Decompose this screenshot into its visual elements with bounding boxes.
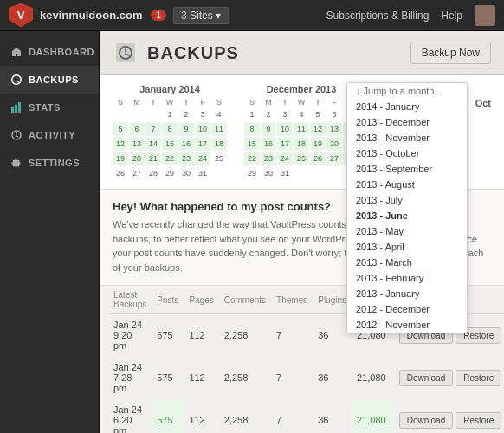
th-pages: Pages <box>184 286 218 314</box>
table-row: Jan 24 7:28 pm5751122,25873621,080Downlo… <box>108 357 504 399</box>
cal-jan-title: January 2014 <box>113 84 227 94</box>
avatar[interactable] <box>475 5 495 26</box>
sidebar-item-stats[interactable]: Stats <box>0 94 99 121</box>
sidebar-item-dashboard[interactable]: Dashboard <box>0 38 99 66</box>
month-dropdown[interactable]: ↓ Jump to a month... 2014 - January 2013… <box>346 82 468 333</box>
dropdown-2013-mar[interactable]: 2013 - March <box>347 255 467 270</box>
home-icon <box>10 46 23 58</box>
th-date: Latest Backups <box>108 286 152 314</box>
site-name[interactable]: kevinmuldoon.com <box>40 9 142 22</box>
top-navigation: V kevinmuldoon.com 1 3 Sites ▾ Subscript… <box>0 0 504 31</box>
backup-now-button[interactable]: Backup Now <box>410 42 491 64</box>
sidebar: Dashboard Backups Stats ActiviTY Setting… <box>0 31 100 433</box>
cell-posts: 575 <box>152 357 184 399</box>
oct-partial-label: Oct <box>475 98 491 108</box>
restore-button[interactable]: Restore <box>456 370 501 386</box>
cell-pages: 112 <box>184 357 218 399</box>
calendar-jan-2014: January 2014 S M T W T F S 1 2 3 4 <box>113 84 227 180</box>
cell-actions: DownloadRestore <box>394 357 504 399</box>
cell-pages: 112 <box>184 314 218 357</box>
cell-themes: 7 <box>271 314 313 357</box>
dropdown-2013-sep[interactable]: 2013 - September <box>347 161 467 177</box>
content-area: BACKUPS Backup Now January 2014 S M T W … <box>100 31 504 433</box>
svg-rect-2 <box>18 102 21 113</box>
stats-icon <box>10 101 23 113</box>
page-title: BACKUPS <box>147 43 239 63</box>
settings-icon <box>10 157 23 169</box>
sidebar-item-backups[interactable]: Backups <box>0 66 99 94</box>
dropdown-2012-nov[interactable]: 2012 - November <box>347 317 467 333</box>
cell-pages: 112 <box>184 399 218 434</box>
dropdown-2013-nov[interactable]: 2013 - November <box>347 130 467 145</box>
dropdown-2013-jun[interactable]: 2013 - June <box>347 208 467 223</box>
cell-comments: 2,258 <box>219 357 271 399</box>
dropdown-2013-aug[interactable]: 2013 - August <box>347 177 467 192</box>
cell-actions: DownloadRestore <box>394 399 504 434</box>
th-themes: Themes <box>271 286 313 314</box>
dropdown-2013-oct[interactable]: 2013 - October <box>347 145 467 161</box>
dropdown-2012-dec[interactable]: 2012 - December <box>347 301 467 317</box>
cell-comments: 2,258 <box>219 399 271 434</box>
cell-plugins: 36 <box>313 399 352 434</box>
svg-rect-0 <box>11 107 14 113</box>
sidebar-item-activity[interactable]: ActiviTY <box>0 121 99 149</box>
download-button[interactable]: Download <box>399 412 453 429</box>
subscriptions-billing-link[interactable]: Subscriptions & Billing <box>326 10 430 22</box>
dropdown-2013-may[interactable]: 2013 - May <box>347 223 467 239</box>
help-link[interactable]: Help <box>441 10 462 22</box>
logo-v-letter: V <box>17 10 25 21</box>
content-header: BACKUPS Backup Now <box>100 31 504 75</box>
top-nav-right: Subscriptions & Billing Help <box>326 5 495 26</box>
cell-uploads: 21,080 <box>352 399 394 434</box>
dropdown-2013-dec[interactable]: 2013 - December <box>347 114 467 130</box>
download-button[interactable]: Download <box>399 370 453 386</box>
dropdown-jump-header: ↓ Jump to a month... <box>347 83 467 99</box>
dropdown-2013-jul[interactable]: 2013 - July <box>347 192 467 208</box>
main-layout: Dashboard Backups Stats ActiviTY Setting… <box>0 31 504 433</box>
calendars-area: January 2014 S M T W T F S 1 2 3 4 <box>100 75 504 190</box>
cell-themes: 7 <box>271 399 313 434</box>
cell-date: Jan 24 7:28 pm <box>108 357 152 399</box>
cell-date: Jan 24 6:20 pm <box>108 399 152 434</box>
cell-comments: 2,258 <box>219 314 271 357</box>
dropdown-2014-jan[interactable]: 2014 - January <box>347 99 467 114</box>
dropdown-2013-feb[interactable]: 2013 - February <box>347 270 467 286</box>
th-posts: Posts <box>152 286 184 314</box>
backups-page-icon <box>113 40 139 66</box>
cell-posts: 575 <box>152 314 184 357</box>
cell-posts: 575 <box>152 399 184 434</box>
svg-rect-1 <box>15 105 17 113</box>
sidebar-item-settings[interactable]: Settings <box>0 149 99 177</box>
sites-dropdown-button[interactable]: 3 Sites ▾ <box>173 7 229 24</box>
cell-plugins: 36 <box>313 357 352 399</box>
th-comments: Comments <box>219 286 271 314</box>
restore-button[interactable]: Restore <box>456 412 501 429</box>
cal-jan-grid: S M T W T F S 1 2 3 4 5 6 <box>113 98 227 180</box>
cal-dec-title: December 2013 <box>244 84 359 94</box>
calendar-dec-2013: December 2013 S M T W T F S 1 2 3 4 5 6 <box>244 84 359 180</box>
alert-badge: 1 <box>151 10 166 21</box>
table-row: Jan 24 6:20 pm5751122,25873621,080Downlo… <box>108 399 504 434</box>
cell-themes: 7 <box>271 357 313 399</box>
logo-shield: V <box>9 3 33 28</box>
activity-icon <box>10 129 23 141</box>
cell-date: Jan 24 9:20 pm <box>108 314 152 357</box>
cell-uploads: 21,080 <box>352 357 394 399</box>
cal-dec-grid: S M T W T F S 1 2 3 4 5 6 7 8 <box>244 98 359 180</box>
backup-icon <box>10 74 23 86</box>
dropdown-2013-jan[interactable]: 2013 - January <box>347 286 467 301</box>
dropdown-2013-apr[interactable]: 2013 - April <box>347 239 467 255</box>
